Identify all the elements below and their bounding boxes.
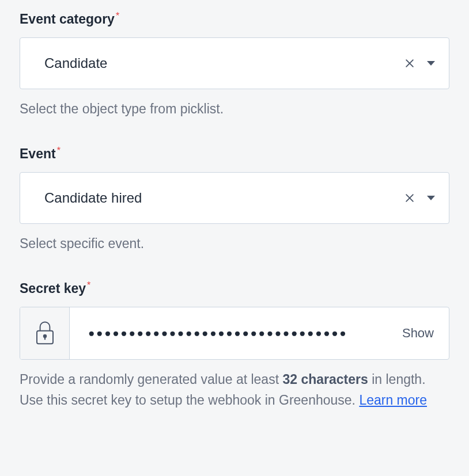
event-category-select[interactable]: Candidate: [20, 37, 449, 89]
event-category-label: Event category*: [20, 12, 118, 27]
chevron-down-icon[interactable]: [427, 61, 435, 66]
secret-key-input[interactable]: ●●●●●●●●●●●●●●●●●●●●●●●●●●●●●●●● Show: [70, 307, 449, 359]
select-actions: [404, 192, 435, 204]
event-select[interactable]: Candidate hired: [20, 172, 449, 224]
secret-key-help: Provide a randomly generated value at le…: [20, 369, 449, 412]
event-value: Candidate hired: [44, 190, 404, 206]
required-asterisk: *: [87, 280, 90, 290]
event-category-help: Select the object type from picklist.: [20, 98, 449, 120]
svg-point-5: [43, 334, 46, 337]
event-help: Select specific event.: [20, 233, 449, 254]
clear-icon[interactable]: [404, 192, 415, 204]
secret-help-prefix: Provide a randomly generated value at le…: [20, 372, 282, 387]
secret-key-field: Secret key* ●●●●●●●●●●●●●●●●●●●●●●●●●●●●…: [20, 281, 449, 412]
required-asterisk: *: [57, 146, 60, 155]
lock-icon: [20, 307, 70, 359]
learn-more-link[interactable]: Learn more: [359, 393, 427, 408]
clear-icon[interactable]: [404, 58, 415, 69]
event-label: Event*: [20, 146, 59, 162]
secret-key-label: Secret key*: [20, 281, 89, 296]
chevron-down-icon[interactable]: [427, 196, 435, 200]
event-field: Event* Candidate hired Select specific e…: [20, 146, 449, 254]
secret-help-bold: 32 characters: [282, 372, 368, 387]
event-label-text: Event: [20, 146, 56, 161]
secret-key-input-wrapper: ●●●●●●●●●●●●●●●●●●●●●●●●●●●●●●●● Show: [20, 307, 449, 360]
select-actions: [404, 58, 435, 69]
secret-key-label-text: Secret key: [20, 281, 86, 296]
show-button[interactable]: Show: [402, 326, 434, 341]
event-category-label-text: Event category: [20, 12, 115, 26]
required-asterisk: *: [116, 11, 119, 21]
secret-key-masked: ●●●●●●●●●●●●●●●●●●●●●●●●●●●●●●●●: [88, 327, 402, 340]
event-category-value: Candidate: [44, 55, 404, 71]
event-category-field: Event category* Candidate Select the obj…: [20, 12, 449, 120]
